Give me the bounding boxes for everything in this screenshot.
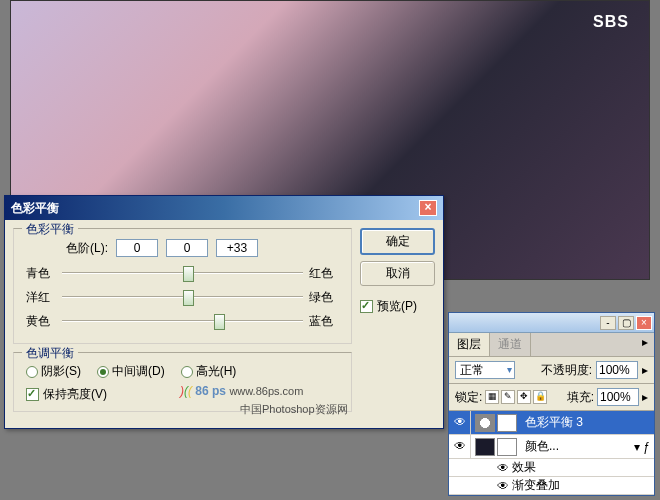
fill-input[interactable]: 100% [597,388,639,406]
group-title: 色彩平衡 [22,221,78,238]
layers-list: 👁 色彩平衡 3 👁 颜色... ▾ ƒ 👁 效果 👁 渐变叠加 [449,411,654,495]
minimize-icon[interactable]: - [600,316,616,330]
highlights-radio[interactable]: 高光(H) [181,363,237,380]
tone-balance-group: 色调平衡 阴影(S) 中间调(D) 高光(H) 保持亮度(V) [13,352,352,412]
mask-thumb[interactable] [497,414,517,432]
preview-checkbox[interactable]: 预览(P) [360,298,435,315]
magenta-green-slider[interactable] [62,287,303,307]
expand-icon[interactable]: ▸ [642,363,648,377]
fill-label: 填充: [567,389,594,406]
effect-label: 渐变叠加 [512,477,560,494]
opacity-input[interactable]: 100% [596,361,638,379]
mask-thumb[interactable] [497,438,517,456]
effects-toggle-icon[interactable]: ▾ ƒ [634,440,654,454]
cyan-label: 青色 [26,265,56,282]
lock-all-icon[interactable]: 🔒 [533,390,547,404]
color-balance-dialog: 色彩平衡 × 色彩平衡 色阶(L): 青色 红色 洋红 [4,195,444,429]
dialog-title: 色彩平衡 [11,200,59,217]
expand-icon[interactable]: ▸ [642,390,648,404]
panel-menu-icon[interactable]: ▸ [636,333,654,356]
lock-pixels-icon[interactable]: ✎ [501,390,515,404]
opacity-label: 不透明度: [541,362,592,379]
close-icon[interactable]: × [636,316,652,330]
collapse-icon[interactable]: ▢ [618,316,634,330]
visibility-icon[interactable]: 👁 [449,411,471,434]
visibility-icon[interactable]: 👁 [497,461,509,475]
blue-label: 蓝色 [309,313,339,330]
green-label: 绿色 [309,289,339,306]
lock-label: 锁定: [455,389,482,406]
effect-label: 效果 [512,459,536,476]
red-label: 红色 [309,265,339,282]
close-icon[interactable]: × [419,200,437,216]
yellow-label: 黄色 [26,313,56,330]
level-input-2[interactable] [166,239,208,257]
cancel-button[interactable]: 取消 [360,261,435,286]
panel-header[interactable]: - ▢ × [449,313,654,333]
layer-effect-row[interactable]: 👁 渐变叠加 [449,477,654,495]
layer-row[interactable]: 👁 颜色... ▾ ƒ [449,435,654,459]
layer-row[interactable]: 👁 色彩平衡 3 [449,411,654,435]
blend-mode-dropdown[interactable]: 正常 [455,361,515,379]
color-balance-group: 色彩平衡 色阶(L): 青色 红色 洋红 绿色 [13,228,352,344]
levels-label: 色阶(L): [66,240,108,257]
group-title: 色调平衡 [22,345,78,362]
level-input-3[interactable] [216,239,258,257]
tab-layers[interactable]: 图层 [449,333,490,356]
layers-panel: - ▢ × 图层 通道 ▸ 正常 不透明度: 100% ▸ 锁定: ▦ ✎ ✥ … [448,312,655,496]
cyan-red-slider[interactable] [62,263,303,283]
layer-thumb[interactable] [475,438,495,456]
lock-transparency-icon[interactable]: ▦ [485,390,499,404]
adjustment-thumb[interactable] [475,414,495,432]
yellow-blue-slider[interactable] [62,311,303,331]
midtones-radio[interactable]: 中间调(D) [97,363,165,380]
lock-position-icon[interactable]: ✥ [517,390,531,404]
tab-channels[interactable]: 通道 [490,333,531,356]
level-input-1[interactable] [116,239,158,257]
layer-effect-row[interactable]: 👁 效果 [449,459,654,477]
preserve-luminosity-checkbox[interactable]: 保持亮度(V) [26,386,339,403]
visibility-icon[interactable]: 👁 [497,479,509,493]
magenta-label: 洋红 [26,289,56,306]
dialog-titlebar[interactable]: 色彩平衡 × [5,196,443,220]
layer-name: 颜色... [521,438,634,455]
ok-button[interactable]: 确定 [360,228,435,255]
visibility-icon[interactable]: 👁 [449,435,471,458]
layer-name: 色彩平衡 3 [521,414,654,431]
shadows-radio[interactable]: 阴影(S) [26,363,81,380]
